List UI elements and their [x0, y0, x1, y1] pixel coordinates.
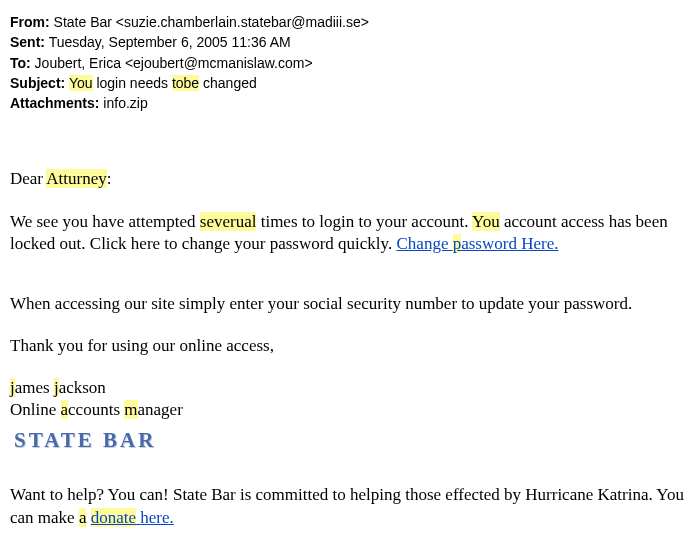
sent-value: Tuesday, September 6, 2005 11:36 AM — [45, 34, 291, 50]
subject-label: Subject: — [10, 75, 65, 91]
from-value: State Bar <suzie.chamberlain.statebar@ma… — [50, 14, 369, 30]
highlight: m — [124, 400, 137, 419]
signature-title: Online accounts manager — [10, 399, 690, 421]
greeting: Dear Atturney: — [10, 168, 690, 190]
donate-link[interactable]: donate here. — [91, 508, 174, 527]
email-header: From: State Bar <suzie.chamberlain.state… — [10, 12, 690, 113]
highlight: You — [472, 212, 500, 231]
highlight: You — [69, 75, 93, 91]
paragraph-thanks: Thank you for using our online access, — [10, 335, 690, 357]
signature-name: james jackson — [10, 377, 690, 399]
email-body: Dear Atturney: We see you have attempted… — [10, 168, 690, 528]
header-from: From: State Bar <suzie.chamberlain.state… — [10, 12, 690, 32]
header-attachments: Attachments: info.zip — [10, 93, 690, 113]
attachments-value: info.zip — [99, 95, 147, 111]
to-label: To: — [10, 55, 31, 71]
highlight: tobe — [172, 75, 199, 91]
subject-value: You login needs tobe changed — [69, 75, 257, 91]
header-to: To: Joubert, Erica <ejoubert@mcmanislaw.… — [10, 53, 690, 73]
highlight: a — [61, 400, 69, 419]
change-password-link[interactable]: Change password Here. — [397, 234, 559, 253]
header-subject: Subject: You login needs tobe changed — [10, 73, 690, 93]
paragraph-lockout: We see you have attempted severual times… — [10, 211, 690, 255]
highlight: severual — [200, 212, 257, 231]
header-sent: Sent: Tuesday, September 6, 2005 11:36 A… — [10, 32, 690, 52]
highlight: Atturney — [46, 169, 106, 188]
highlight: donate — [91, 508, 136, 527]
highlight: p — [453, 234, 462, 253]
sent-label: Sent: — [10, 34, 45, 50]
footer-paragraph: Want to help? You can! State Bar is comm… — [10, 484, 690, 528]
from-label: From: — [10, 14, 50, 30]
state-bar-logo: STATE BAR — [14, 427, 690, 454]
paragraph-ssn: When accessing our site simply enter you… — [10, 293, 690, 315]
to-value: Joubert, Erica <ejoubert@mcmanislaw.com> — [31, 55, 313, 71]
attachments-label: Attachments: — [10, 95, 99, 111]
